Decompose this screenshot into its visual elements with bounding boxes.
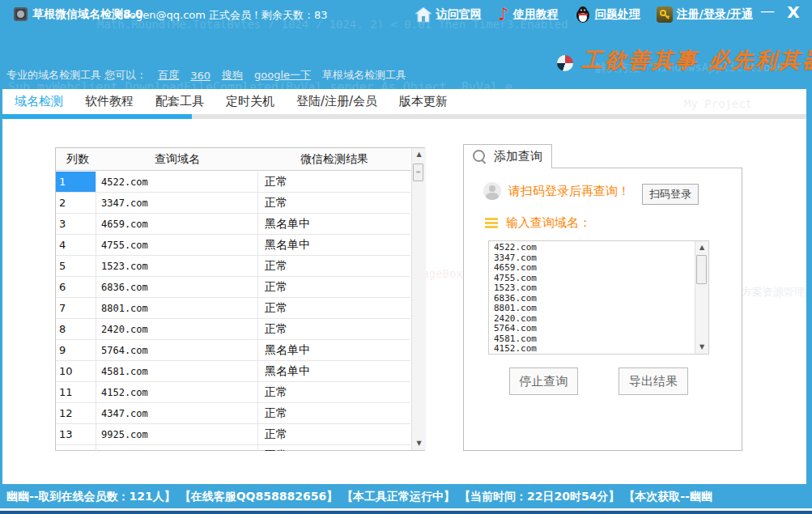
- table-row[interactable]: 95764.com黑名单中: [56, 340, 410, 361]
- add-query-label: 添加查询: [494, 149, 542, 164]
- table-row[interactable]: 124347.com正常: [56, 403, 410, 424]
- titlebar-nav: 访问官网 ♪ 使用教程 问题处理: [415, 0, 753, 28]
- tab-domain-check[interactable]: 域名检测: [15, 94, 63, 109]
- table-row[interactable]: 139925.com正常: [56, 424, 410, 445]
- cell-row-number: 2: [56, 193, 96, 213]
- stop-query-button[interactable]: 停止查询: [509, 367, 578, 395]
- key-icon: [657, 6, 673, 23]
- scroll-up-icon[interactable]: ▲: [695, 241, 708, 254]
- cell-domain: 9925.com: [96, 424, 258, 444]
- input-label-row: 输入查询域名：: [485, 215, 591, 231]
- table-row[interactable]: 78801.com正常: [56, 298, 410, 319]
- qq-penguin-icon: [575, 6, 591, 23]
- query-panel: 请扫码登录后再查询！ 扫码登录 输入查询域名： 4522.com 3347.co…: [463, 168, 742, 451]
- cell-domain: 4347.com: [96, 403, 258, 423]
- cell-domain: 6836.com: [96, 277, 258, 297]
- slogan-text: 工欲善其事 必先利其器: [581, 46, 812, 74]
- music-note-icon: ♪: [498, 6, 509, 23]
- table-row[interactable]: 114152.com正常: [56, 382, 410, 403]
- nav-official-site[interactable]: 访问官网: [415, 6, 482, 23]
- link-sogou[interactable]: 搜狗: [222, 68, 243, 83]
- cell-result: 黑名单中: [258, 361, 410, 381]
- nav-label: 注册/登录/开通: [677, 7, 753, 22]
- domain-input[interactable]: 4522.com 3347.com 4659.com 4755.com 1523…: [488, 240, 709, 355]
- table-scrollbar[interactable]: ▲ ≡ ▼: [411, 148, 426, 450]
- nav-label: 访问官网: [436, 7, 482, 22]
- table-row[interactable]: 66836.com正常: [56, 277, 410, 298]
- close-button[interactable]: X: [781, 0, 806, 26]
- cell-result: 黑名单中: [258, 235, 410, 255]
- table-header: 列数 查询域名 微信检测结果: [56, 148, 410, 171]
- link-360[interactable]: 360: [190, 70, 210, 82]
- scroll-down-icon[interactable]: ▼: [695, 341, 708, 354]
- minimize-button[interactable]: —: [755, 0, 780, 26]
- nav-register-login[interactable]: 注册/登录/开通: [657, 6, 753, 23]
- export-results-button[interactable]: 导出结果: [619, 367, 688, 395]
- scan-login-button[interactable]: 扫码登录: [642, 184, 699, 205]
- tools-label: 专业的域名检测工具 您可以：: [6, 68, 147, 83]
- cell-result: 正常: [258, 403, 410, 423]
- scroll-down-icon[interactable]: ▼: [412, 437, 426, 450]
- avatar-icon: [483, 182, 501, 200]
- bottom-dark-strip: [0, 511, 812, 514]
- table-row[interactable]: 82420.com正常: [56, 319, 410, 340]
- app-window: Math.Round(Me.TotalBytes / 1024 / 1024, …: [0, 0, 812, 514]
- cell-domain: 4659.com: [96, 214, 258, 234]
- nav-label: 使用教程: [513, 7, 559, 22]
- table-row[interactable]: 34659.com黑名单中: [56, 214, 410, 235]
- scrollbar-thumb[interactable]: ≡: [413, 164, 423, 181]
- tab-bar: 域名检测 软件教程 配套工具 定时关机 登陆/注册/会员 版本更新: [0, 89, 812, 114]
- tab-login-register-member[interactable]: 登陆/注册/会员: [296, 94, 377, 109]
- cell-row-number: 3: [56, 214, 96, 234]
- table-row[interactable]: 正常: [56, 445, 410, 451]
- cell-result: 正常: [258, 277, 410, 297]
- table-row[interactable]: 14522.com正常: [56, 172, 410, 193]
- nav-problem-help[interactable]: 问题处理: [575, 6, 640, 23]
- results-table: 列数 查询域名 微信检测结果 14522.com正常 23347.com正常 3…: [55, 147, 425, 451]
- account-status: caogen@qq.com 正式会员！剩余天数：83: [117, 8, 328, 23]
- cell-row-number: 5: [56, 256, 96, 276]
- cell-row-number: 12: [56, 403, 96, 423]
- cell-result: 黑名单中: [258, 214, 410, 234]
- tab-version-update[interactable]: 版本更新: [399, 94, 448, 109]
- header-row-number: 列数: [56, 148, 96, 170]
- cell-row-number: 4: [56, 235, 96, 255]
- table-row[interactable]: 104581.com黑名单中: [56, 361, 410, 382]
- cell-row-number: 9: [56, 340, 96, 360]
- cell-domain: 3347.com: [96, 193, 258, 213]
- textarea-scrollbar[interactable]: ▲ ▼: [695, 241, 708, 354]
- tab-software-tutorial[interactable]: 软件教程: [85, 94, 134, 109]
- cell-row-number: 6: [56, 277, 96, 297]
- cell-row-number: [56, 445, 96, 451]
- quick-links-row: 专业的域名检测工具 您可以： 百度 360 搜狗 google一下 草根域名检测…: [6, 68, 406, 83]
- input-domains-label: 输入查询域名：: [506, 215, 591, 231]
- add-query-tab[interactable]: 添加查询: [463, 144, 552, 168]
- scroll-up-icon[interactable]: ▲: [412, 148, 426, 161]
- nav-tutorial[interactable]: ♪ 使用教程: [498, 6, 559, 23]
- table-row[interactable]: 23347.com正常: [56, 193, 410, 214]
- login-hint-text: 请扫码登录后再查询！: [508, 184, 630, 199]
- cell-result: 正常: [258, 319, 410, 339]
- cell-result: 正常: [258, 424, 410, 444]
- cell-row-number: 8: [56, 319, 96, 339]
- cell-domain: [96, 445, 258, 451]
- cell-result: 正常: [258, 172, 410, 192]
- cell-domain: 4755.com: [96, 235, 258, 255]
- list-icon: [485, 218, 498, 229]
- header-query-domain: 查询域名: [96, 148, 258, 170]
- brand-label: 草根域名检测工具: [322, 68, 406, 83]
- table-row[interactable]: 51523.com正常: [56, 256, 410, 277]
- link-google[interactable]: google一下: [254, 68, 311, 83]
- tab-companion-tools[interactable]: 配套工具: [155, 94, 204, 109]
- cell-domain: 1523.com: [96, 256, 258, 276]
- status-text: 幽幽--取到在线会员数：121人】 【在线客服QQ858882656】 【本工具…: [6, 490, 712, 503]
- table-row[interactable]: 44755.com黑名单中: [56, 235, 410, 256]
- header-wechat-result: 微信检测结果: [258, 148, 410, 170]
- scrollbar-thumb[interactable]: [696, 255, 707, 284]
- cell-row-number: 13: [56, 424, 96, 444]
- cell-result: 正常: [258, 298, 410, 318]
- tab-scheduled-shutdown[interactable]: 定时关机: [226, 94, 274, 109]
- link-baidu[interactable]: 百度: [158, 68, 179, 83]
- nav-label: 问题处理: [595, 7, 640, 22]
- cell-row-number: 7: [56, 298, 96, 318]
